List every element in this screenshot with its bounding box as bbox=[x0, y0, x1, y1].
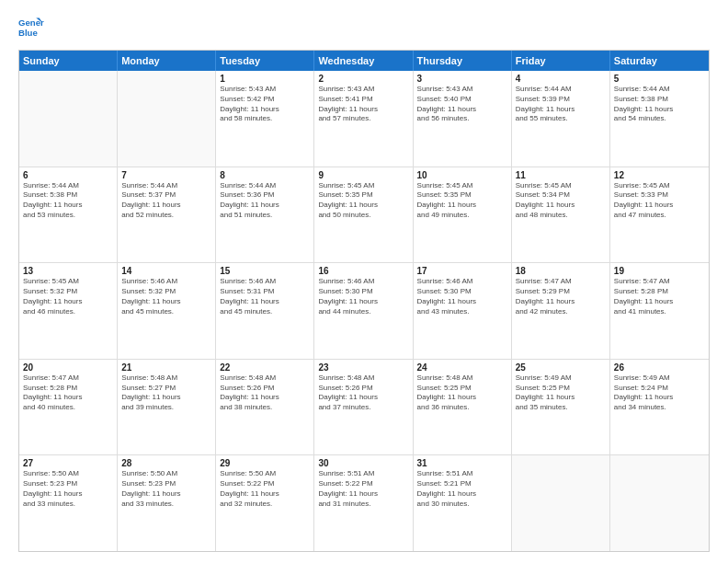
cell-line: Daylight: 11 hours bbox=[220, 105, 310, 115]
cell-line: Daylight: 11 hours bbox=[318, 489, 408, 500]
cell-line: Daylight: 11 hours bbox=[23, 297, 113, 307]
cell-line: and 43 minutes. bbox=[417, 307, 507, 317]
cell-line: Sunset: 5:38 PM bbox=[614, 95, 705, 105]
cell-line: Sunset: 5:22 PM bbox=[318, 479, 408, 489]
day-number: 12 bbox=[614, 170, 705, 180]
cell-line: Daylight: 11 hours bbox=[318, 393, 408, 403]
empty-cell-4-5 bbox=[512, 455, 610, 551]
day-cell-17: 17Sunrise: 5:46 AMSunset: 5:30 PMDayligh… bbox=[414, 263, 512, 359]
cell-line: and 37 minutes. bbox=[318, 403, 408, 413]
cell-line: and 54 minutes. bbox=[614, 114, 705, 124]
day-cell-4: 4Sunrise: 5:44 AMSunset: 5:39 PMDaylight… bbox=[512, 71, 610, 167]
cell-line: Sunrise: 5:44 AM bbox=[220, 181, 310, 191]
weekday-header-tuesday: Tuesday bbox=[216, 51, 314, 71]
day-cell-29: 29Sunrise: 5:50 AMSunset: 5:22 PMDayligh… bbox=[216, 455, 314, 551]
day-number: 13 bbox=[23, 266, 113, 276]
day-cell-7: 7Sunrise: 5:44 AMSunset: 5:37 PMDaylight… bbox=[118, 167, 216, 263]
cell-line: and 57 minutes. bbox=[318, 114, 408, 124]
cell-line: Sunset: 5:28 PM bbox=[23, 384, 113, 394]
cell-line: Sunset: 5:25 PM bbox=[417, 384, 507, 394]
day-number: 31 bbox=[417, 458, 507, 468]
cell-line: Sunrise: 5:48 AM bbox=[220, 373, 310, 384]
day-number: 1 bbox=[220, 74, 310, 84]
cell-line: Daylight: 11 hours bbox=[121, 393, 211, 403]
day-number: 6 bbox=[23, 170, 113, 180]
cell-line: Sunset: 5:35 PM bbox=[417, 190, 507, 201]
calendar-row-3: 20Sunrise: 5:47 AMSunset: 5:28 PMDayligh… bbox=[19, 359, 709, 455]
cell-line: Sunset: 5:31 PM bbox=[220, 287, 310, 297]
day-number: 22 bbox=[220, 362, 310, 373]
cell-line: Sunrise: 5:49 AM bbox=[614, 373, 705, 384]
cell-line: and 55 minutes. bbox=[516, 114, 606, 124]
cell-line: Daylight: 11 hours bbox=[516, 297, 606, 307]
day-cell-21: 21Sunrise: 5:48 AMSunset: 5:27 PMDayligh… bbox=[118, 360, 216, 455]
day-number: 15 bbox=[220, 266, 310, 276]
cell-line: and 30 minutes. bbox=[417, 500, 507, 510]
day-cell-12: 12Sunrise: 5:45 AMSunset: 5:33 PMDayligh… bbox=[610, 167, 709, 263]
empty-cell-0-1 bbox=[118, 71, 216, 167]
cell-line: Sunset: 5:21 PM bbox=[417, 479, 507, 489]
weekday-header-sunday: Sunday bbox=[19, 51, 118, 71]
cell-line: and 32 minutes. bbox=[220, 500, 310, 510]
logo-icon: General Blue bbox=[18, 15, 44, 40]
day-cell-9: 9Sunrise: 5:45 AMSunset: 5:35 PMDaylight… bbox=[314, 167, 413, 263]
cell-line: Sunset: 5:32 PM bbox=[121, 287, 211, 297]
cell-line: Daylight: 11 hours bbox=[417, 489, 507, 500]
cell-line: and 49 minutes. bbox=[417, 211, 507, 221]
day-number: 4 bbox=[516, 74, 606, 84]
cell-line: Sunset: 5:38 PM bbox=[23, 190, 113, 201]
cell-line: Sunrise: 5:50 AM bbox=[23, 469, 113, 479]
day-number: 3 bbox=[417, 74, 507, 84]
weekday-header-saturday: Saturday bbox=[610, 51, 709, 71]
day-number: 23 bbox=[318, 362, 408, 373]
day-cell-2: 2Sunrise: 5:43 AMSunset: 5:41 PMDaylight… bbox=[314, 71, 413, 167]
cell-line: Sunset: 5:27 PM bbox=[121, 384, 211, 394]
day-number: 21 bbox=[121, 362, 211, 373]
cell-line: Sunset: 5:42 PM bbox=[220, 95, 310, 105]
cell-line: Daylight: 11 hours bbox=[220, 393, 310, 403]
day-number: 2 bbox=[318, 74, 408, 84]
cell-line: Sunrise: 5:46 AM bbox=[121, 277, 211, 287]
cell-line: Sunrise: 5:45 AM bbox=[23, 277, 113, 287]
cell-line: Daylight: 11 hours bbox=[614, 393, 705, 403]
weekday-header-friday: Friday bbox=[512, 51, 610, 71]
cell-line: Sunrise: 5:43 AM bbox=[220, 85, 310, 95]
cell-line: and 33 minutes. bbox=[121, 500, 211, 510]
day-number: 19 bbox=[614, 266, 705, 276]
cell-line: Sunrise: 5:46 AM bbox=[417, 277, 507, 287]
cell-line: and 48 minutes. bbox=[516, 211, 606, 221]
cell-line: and 58 minutes. bbox=[220, 114, 310, 124]
cell-line: Sunrise: 5:48 AM bbox=[417, 373, 507, 384]
cell-line: Sunset: 5:32 PM bbox=[23, 287, 113, 297]
cell-line: Sunset: 5:35 PM bbox=[318, 190, 408, 201]
day-cell-25: 25Sunrise: 5:49 AMSunset: 5:25 PMDayligh… bbox=[512, 360, 610, 455]
cell-line: and 46 minutes. bbox=[23, 307, 113, 317]
cell-line: Sunrise: 5:43 AM bbox=[417, 85, 507, 95]
cell-line: and 39 minutes. bbox=[121, 403, 211, 413]
cell-line: and 41 minutes. bbox=[614, 307, 705, 317]
calendar-body: 1Sunrise: 5:43 AMSunset: 5:42 PMDaylight… bbox=[19, 71, 709, 551]
cell-line: Daylight: 11 hours bbox=[516, 393, 606, 403]
calendar-row-4: 27Sunrise: 5:50 AMSunset: 5:23 PMDayligh… bbox=[19, 454, 709, 551]
cell-line: Daylight: 11 hours bbox=[220, 489, 310, 500]
day-number: 29 bbox=[220, 458, 310, 468]
day-cell-1: 1Sunrise: 5:43 AMSunset: 5:42 PMDaylight… bbox=[216, 71, 314, 167]
cell-line: Sunset: 5:23 PM bbox=[23, 479, 113, 489]
cell-line: Daylight: 11 hours bbox=[318, 201, 408, 211]
day-cell-27: 27Sunrise: 5:50 AMSunset: 5:23 PMDayligh… bbox=[19, 455, 118, 551]
cell-line: Sunrise: 5:48 AM bbox=[318, 373, 408, 384]
cell-line: Sunset: 5:25 PM bbox=[516, 384, 606, 394]
cell-line: and 44 minutes. bbox=[318, 307, 408, 317]
cell-line: Sunset: 5:23 PM bbox=[121, 479, 211, 489]
cell-line: Daylight: 11 hours bbox=[23, 489, 113, 500]
cell-line: Sunrise: 5:45 AM bbox=[318, 181, 408, 191]
cell-line: and 34 minutes. bbox=[614, 403, 705, 413]
cell-line: Sunrise: 5:46 AM bbox=[318, 277, 408, 287]
day-cell-3: 3Sunrise: 5:43 AMSunset: 5:40 PMDaylight… bbox=[414, 71, 512, 167]
cell-line: Sunset: 5:30 PM bbox=[318, 287, 408, 297]
day-number: 20 bbox=[23, 362, 113, 373]
cell-line: Sunset: 5:40 PM bbox=[417, 95, 507, 105]
weekday-header-wednesday: Wednesday bbox=[314, 51, 413, 71]
day-cell-14: 14Sunrise: 5:46 AMSunset: 5:32 PMDayligh… bbox=[118, 263, 216, 359]
cell-line: Daylight: 11 hours bbox=[220, 297, 310, 307]
